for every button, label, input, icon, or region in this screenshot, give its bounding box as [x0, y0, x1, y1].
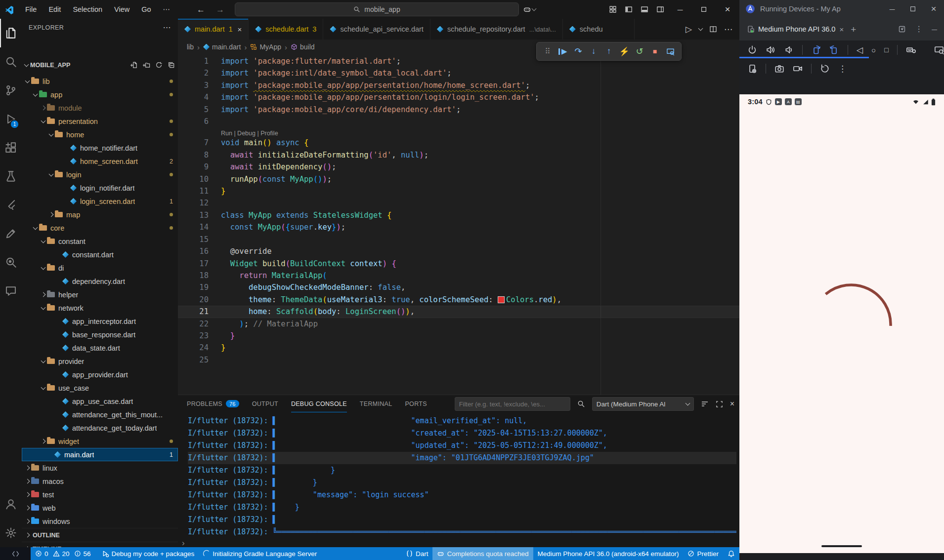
panel-tab-problems[interactable]: PROBLEMS76	[187, 395, 239, 412]
activity-testing[interactable]	[0, 162, 22, 191]
prettier-status[interactable]: Prettier	[683, 547, 723, 560]
activity-search[interactable]	[0, 47, 22, 76]
maximize-panel-icon[interactable]	[716, 400, 723, 408]
gesture-navigation-bar[interactable]	[821, 545, 862, 547]
forward-icon[interactable]: →	[216, 5, 224, 14]
hot-reload-icon[interactable]: ⚡	[617, 44, 631, 58]
tree-folder-app[interactable]: app	[22, 88, 178, 101]
tree-file-attendance_get_this_mout...[interactable]: attendance_get_this_mout...	[22, 408, 178, 421]
tree-file-home_notifier.dart[interactable]: home_notifier.dart	[22, 141, 178, 155]
tab-schedule_repository.dart[interactable]: schedule_repository.dart...\data\...	[430, 19, 563, 40]
new-folder-icon[interactable]	[143, 61, 150, 69]
stop-icon[interactable]: ■	[648, 44, 662, 58]
panel-tab-ports[interactable]: PORTS	[405, 395, 427, 412]
menu-go[interactable]: Go	[136, 3, 156, 15]
notifications-bell[interactable]	[723, 547, 739, 560]
step-out-icon[interactable]: ↑	[602, 44, 616, 58]
collapse-folders-icon[interactable]	[168, 61, 175, 69]
tree-file-data_state.dart[interactable]: data_state.dart	[22, 341, 178, 355]
tree-folder-map[interactable]: map	[22, 208, 178, 221]
breadcrumb-item[interactable]: MyApp	[250, 43, 281, 51]
tree-folder-constant[interactable]: constant	[22, 235, 178, 248]
menu-[interactable]: ⋯	[158, 3, 175, 15]
tree-folder-network[interactable]: network	[22, 301, 178, 315]
emu-minimize-button[interactable]: ─	[882, 0, 902, 18]
tab-schedule_api_service.dart[interactable]: schedule_api_service.dart	[323, 19, 430, 40]
split-editor-icon[interactable]	[709, 25, 717, 33]
hide-panel-icon[interactable]: ─	[932, 26, 937, 33]
debug-configuration[interactable]: Debug my code + packages	[97, 547, 199, 560]
console-filter-input[interactable]	[455, 397, 570, 411]
tree-folder-provider[interactable]: provider	[22, 355, 178, 368]
device-screen[interactable]: 3:04 ▶ A ▤	[739, 94, 944, 553]
volume-up-icon[interactable]	[766, 45, 775, 55]
device-tab[interactable]: Medium Phone API 36.0 ×	[739, 18, 849, 40]
device-settings-icon[interactable]	[747, 64, 757, 74]
activity-chat[interactable]	[0, 277, 22, 305]
menu-selection[interactable]: Selection	[68, 3, 107, 15]
search-icon[interactable]	[577, 400, 585, 408]
maximize-button[interactable]	[692, 0, 716, 19]
remote-indicator[interactable]	[0, 547, 31, 560]
tree-file-app_provider.dart[interactable]: app_provider.dart	[22, 368, 178, 381]
screen-search-icon[interactable]	[934, 45, 944, 55]
breadcrumb-item[interactable]: main.dart	[203, 43, 241, 51]
nav-back-icon[interactable]: ◁	[857, 46, 863, 54]
menu-file[interactable]: File	[20, 3, 42, 15]
more-actions-icon[interactable]: ⋯	[724, 25, 732, 34]
devtools-icon[interactable]	[663, 44, 677, 58]
activity-extensions[interactable]	[0, 133, 22, 162]
console-prompt-icon[interactable]: ›	[182, 538, 185, 548]
tab-schedule.dart[interactable]: schedule.dart3	[249, 19, 323, 40]
code-editor[interactable]: 1import 'package:flutter/material.dart';…	[178, 54, 739, 396]
nav-home-icon[interactable]: ○	[871, 46, 876, 54]
explorer-more-icon[interactable]: ⋯	[163, 24, 171, 32]
snapshot-icon[interactable]	[820, 64, 830, 74]
activity-source-control[interactable]	[0, 76, 22, 105]
problems-status[interactable]: 02056	[31, 547, 97, 560]
back-icon[interactable]: ←	[197, 5, 205, 14]
tree-folder-web[interactable]: web	[22, 501, 178, 515]
emu-maximize-button[interactable]	[902, 0, 923, 18]
activity-run-and-debug[interactable]: 1	[0, 105, 22, 133]
tree-file-app_interceptor.dart[interactable]: app_interceptor.dart	[22, 315, 178, 328]
tab-schedu[interactable]: schedu	[563, 19, 635, 40]
more-options-icon[interactable]: ⋮	[915, 25, 923, 33]
tree-file-login_notifier.dart[interactable]: login_notifier.dart	[22, 181, 178, 195]
panel-tab-debug-console[interactable]: DEBUG CONSOLE	[291, 395, 347, 412]
tree-folder-home[interactable]: home	[22, 128, 178, 141]
tree-file-constant.dart[interactable]: constant.dart	[22, 248, 178, 261]
tree-folder-linux[interactable]: linux	[22, 461, 178, 475]
tree-folder-macos[interactable]: macos	[22, 475, 178, 488]
activity-settings-gear[interactable]	[0, 519, 22, 547]
tree-file-app_use_case.dart[interactable]: app_use_case.dart	[22, 395, 178, 408]
activity-flutter[interactable]	[0, 191, 22, 219]
dart-mode[interactable]: Dart	[401, 547, 433, 560]
toggle-panel-icon[interactable]	[641, 5, 648, 13]
run-or-debug-icon[interactable]: ▷	[686, 25, 692, 34]
panel-tab-output[interactable]: OUTPUT	[252, 395, 278, 412]
refresh-explorer-icon[interactable]	[155, 61, 163, 69]
tree-folder-widget[interactable]: widget	[22, 435, 178, 448]
activity-search-settings[interactable]	[0, 248, 22, 277]
add-device-icon[interactable]: +	[851, 25, 856, 34]
activity-accounts[interactable]	[0, 490, 22, 519]
section-timeline[interactable]: TIMELINE	[22, 542, 178, 547]
minimize-button[interactable]: ─	[668, 0, 692, 19]
continue-icon[interactable]: ▶	[556, 44, 570, 58]
volume-down-icon[interactable]	[784, 45, 794, 55]
section-outline[interactable]: OUTLINE	[22, 528, 178, 542]
toggle-secondary-sidebar-icon[interactable]	[656, 5, 664, 13]
emulator-device-status[interactable]: Medium Phone API 36.0 (android-x64 emula…	[533, 547, 684, 560]
close-tab-icon[interactable]: ×	[839, 25, 844, 34]
gradle-status[interactable]: Initializing Gradle Language Server	[199, 547, 321, 560]
rotate-right-icon[interactable]	[829, 45, 839, 55]
nav-recents-icon[interactable]: □	[884, 46, 888, 53]
activity-explorer[interactable]	[0, 19, 22, 47]
tree-folder-core[interactable]: core	[22, 221, 178, 235]
tree-folder-windows[interactable]: windows	[22, 515, 178, 528]
menu-edit[interactable]: Edit	[43, 3, 66, 15]
tree-folder-di[interactable]: di	[22, 261, 178, 275]
tree-file-base_response.dart[interactable]: base_response.dart	[22, 328, 178, 341]
overflow-menu-icon[interactable]: ⋮	[838, 65, 847, 73]
